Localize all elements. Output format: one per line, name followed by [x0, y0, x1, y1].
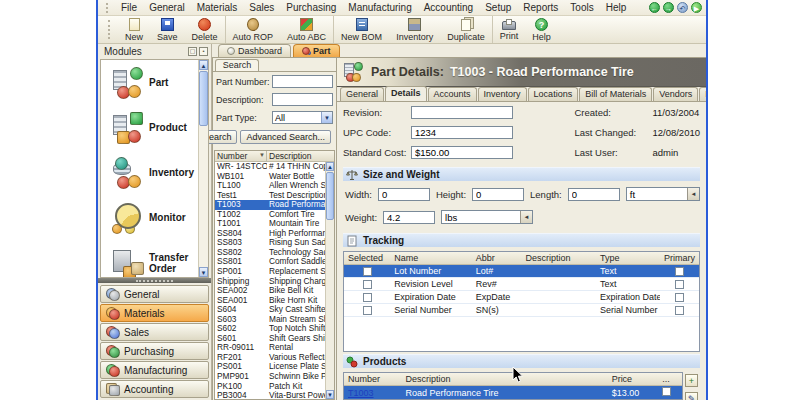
menu-item[interactable]: General — [143, 1, 191, 14]
toolbar-button[interactable]: Auto ROP — [225, 16, 281, 43]
part-type-select[interactable]: All ▼ — [272, 111, 333, 124]
add-product-icon[interactable]: + — [685, 374, 698, 387]
window-control-icon[interactable]: ▶ — [691, 2, 702, 13]
module-item[interactable]: Transfer Order — [101, 240, 208, 278]
weight-input[interactable] — [383, 211, 435, 224]
product-row[interactable]: T1003 Road Performance Tire $13.00 — [344, 386, 682, 399]
advanced-search-button[interactable]: Advanced Search... — [240, 130, 331, 144]
primary-checkbox[interactable] — [675, 280, 684, 289]
toolbar-button[interactable]: Duplicate — [440, 16, 492, 43]
chevron-down-icon[interactable]: ◄ — [520, 211, 532, 223]
part-list-row[interactable]: SS802 Technology Saddle — [215, 248, 334, 258]
selected-checkbox[interactable] — [363, 280, 372, 289]
window-control-icon[interactable]: ← — [649, 2, 660, 13]
module-item[interactable]: Monitor — [101, 195, 208, 240]
part-list-row[interactable]: SP001 Replacement Sp... — [215, 267, 334, 277]
module-group-button[interactable]: Materials — [100, 304, 209, 322]
workspace-tab[interactable]: Dashboard — [218, 44, 291, 57]
weight-unit-select[interactable]: lbs ◄ — [441, 210, 533, 224]
products-col-number[interactable]: Number — [344, 373, 401, 385]
selected-checkbox[interactable] — [363, 267, 372, 276]
primary-checkbox[interactable] — [675, 306, 684, 315]
part-list-row[interactable]: T1001 Mountain Tire — [215, 219, 334, 229]
toolbar-button[interactable]: Delete — [185, 16, 225, 43]
part-list-row[interactable]: SS804 High Performanc... — [215, 229, 334, 239]
part-list-row[interactable]: WR- 14STCO # 14 THHN Copp... — [215, 162, 334, 172]
part-list-row[interactable]: SS801 Comfort Saddle — [215, 257, 334, 267]
tracking-col-description[interactable]: Description — [521, 252, 596, 264]
detail-tab[interactable]: Accounts — [428, 87, 477, 101]
scroll-up-icon[interactable]: ▲ — [326, 162, 334, 171]
module-group-button[interactable]: General — [100, 285, 209, 303]
sidebar-splitter[interactable] — [98, 278, 211, 283]
float-panel-icon[interactable]: ▢ — [188, 47, 197, 56]
menu-item[interactable]: Accounting — [418, 1, 479, 14]
module-group-button[interactable]: Manufacturing — [100, 361, 209, 379]
scroll-down-icon[interactable]: ▼ — [199, 267, 208, 277]
part-list-row[interactable]: Test1 Test Description — [215, 191, 334, 201]
module-item[interactable]: Part — [101, 60, 208, 105]
menu-item[interactable]: Sales — [243, 1, 280, 14]
selected-checkbox[interactable] — [363, 293, 372, 302]
detail-tab[interactable]: Inventory — [478, 87, 527, 101]
tracking-col-name[interactable]: Name — [390, 252, 472, 264]
menu-item[interactable]: Help — [600, 1, 633, 14]
window-control-icon[interactable]: → — [663, 2, 674, 13]
description-column-header[interactable]: Description — [267, 151, 334, 161]
modules-scrollbar[interactable]: ▲ ▼ — [198, 60, 208, 277]
tracking-row[interactable]: Serial Number SN(s) Serial Number — [344, 304, 699, 317]
toolbar-button[interactable]: Auto ABC — [280, 16, 333, 43]
selected-checkbox[interactable] — [363, 306, 372, 315]
module-item[interactable]: Product — [101, 105, 208, 150]
part-list-row[interactable]: SS803 Rising Sun Saddle — [215, 238, 334, 248]
tracking-row[interactable]: Revision Level Rev# Text — [344, 278, 699, 291]
module-group-button[interactable]: Purchasing — [100, 342, 209, 360]
detail-tab[interactable]: General — [340, 87, 384, 101]
detail-tab[interactable]: Memo — [699, 87, 708, 101]
module-group-button[interactable]: Sales — [100, 323, 209, 341]
chevron-down-icon[interactable]: ▼ — [321, 112, 332, 123]
part-list-row[interactable]: SEA002 Bike Bell Kit — [215, 286, 334, 296]
menu-item[interactable]: Purchasing — [280, 1, 342, 14]
part-list-row[interactable]: RR-09011 Rental — [215, 343, 334, 353]
part-list-row[interactable]: S603 Main Stream Shifter — [215, 315, 334, 325]
part-list-row[interactable]: WB101 Water Bottle — [215, 172, 334, 182]
scroll-down-icon[interactable]: ▼ — [326, 390, 334, 399]
part-list-row[interactable]: RF201 Various Reflectors — [215, 353, 334, 363]
scrollbar-thumb[interactable] — [199, 71, 208, 126]
toolbar-button[interactable]: Inventory — [389, 16, 440, 43]
toolbar-button[interactable]: Print — [492, 16, 526, 43]
part-list-row[interactable]: PMP901 Schwinn Bike Pump — [215, 372, 334, 382]
menu-item[interactable]: Materials — [191, 1, 244, 14]
part-list-row[interactable]: PS001 License Plate Sta... — [215, 362, 334, 372]
tracking-col-type[interactable]: Type — [596, 252, 660, 264]
detail-tab[interactable]: Vendors — [653, 87, 698, 101]
results-scrollbar[interactable]: ▲ ▼ — [325, 162, 334, 399]
tracking-row[interactable]: Expiration Date ExpDate Expiration Date — [344, 291, 699, 304]
toolbar-button[interactable]: New — [118, 16, 150, 43]
upc-input[interactable] — [411, 126, 513, 139]
toolbar-button[interactable]: Help — [525, 16, 558, 43]
products-col-description[interactable]: Description — [401, 373, 607, 385]
search-subtab[interactable]: Search — [215, 59, 259, 71]
detail-tab[interactable]: Locations — [528, 87, 579, 101]
part-list-row[interactable]: PB3004 Vita-Burst Power... — [215, 391, 334, 399]
workspace-tab[interactable]: Part — [293, 44, 340, 57]
part-list-row[interactable]: SEA001 Bike Horn Kit — [215, 296, 334, 306]
width-input[interactable] — [378, 188, 430, 201]
detail-tab[interactable]: Details — [385, 86, 427, 101]
tracking-col-abbr[interactable]: Abbr — [472, 252, 522, 264]
tracking-col-primary[interactable]: Primary — [660, 252, 699, 264]
toolbar-button[interactable]: Save — [150, 16, 185, 43]
part-list-row[interactable]: TL100 Allen Wrench Set — [215, 181, 334, 191]
height-input[interactable] — [472, 188, 524, 201]
part-list-row[interactable]: T1002 Comfort Tire — [215, 210, 334, 220]
pin-panel-icon[interactable]: • — [199, 47, 208, 56]
part-list-row[interactable]: PK100 Patch Kit — [215, 382, 334, 392]
scrollbar-thumb[interactable] — [326, 172, 334, 220]
length-input[interactable] — [568, 188, 620, 201]
part-list-row[interactable]: S604 Sky Cast Shifter — [215, 305, 334, 315]
products-col-more[interactable]: ... — [658, 373, 682, 385]
toolbar-button[interactable]: New BOM — [333, 16, 389, 43]
detail-tab[interactable]: Bill of Materials — [579, 87, 652, 101]
